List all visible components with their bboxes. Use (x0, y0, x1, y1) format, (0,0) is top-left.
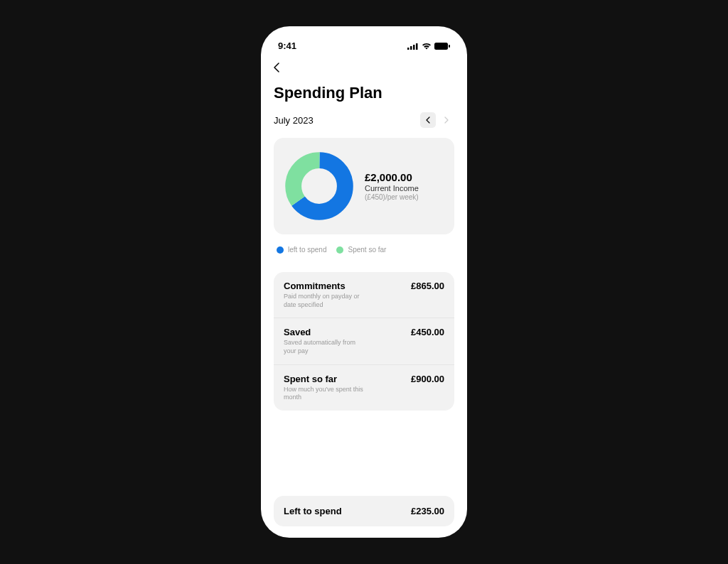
month-nav (420, 112, 454, 128)
legend-item-spent-so-far: Spent so far (336, 246, 386, 254)
svg-rect-1 (410, 46, 412, 50)
breakdown-list: Commitments Paid monthly on payday or da… (274, 272, 454, 411)
list-row-title: Saved (284, 327, 369, 337)
list-row-title: Commitments (284, 281, 369, 291)
list-row-subtitle: How much you've spent this month (284, 386, 369, 402)
legend-label: left to spend (288, 246, 326, 254)
list-row-spent-so-far[interactable]: Spent so far How much you've spent this … (274, 365, 454, 411)
footer-value: £235.00 (411, 506, 444, 516)
legend-item-left-to-spend: left to spend (277, 246, 326, 254)
chevron-right-icon (444, 116, 449, 124)
income-chart-card: £2,000.00 Current Income (£450)/per week… (274, 138, 454, 234)
back-button[interactable] (274, 60, 454, 84)
donut-segment-spent-so-far (294, 161, 346, 212)
list-row-value: £450.00 (411, 327, 444, 337)
chart-legend: left to spend Spent so far (274, 243, 454, 254)
chevron-left-icon (274, 63, 279, 72)
list-row-subtitle: Paid monthly on payday or date specified (284, 293, 369, 309)
svg-rect-2 (413, 45, 415, 50)
svg-rect-5 (449, 45, 450, 48)
svg-rect-3 (416, 43, 418, 50)
list-row-subtitle: Saved automatically from your pay (284, 339, 369, 355)
legend-dot-icon (277, 246, 284, 254)
chart-info: £2,000.00 Current Income (£450)/per week… (365, 171, 419, 201)
phone-frame: 9:41 Spending Plan July 2023 (261, 26, 467, 538)
donut-chart (285, 152, 353, 220)
wifi-icon (422, 43, 432, 50)
status-bar: 9:41 (274, 38, 454, 60)
footer-title: Left to spend (284, 506, 342, 516)
list-row-title: Spent so far (284, 374, 369, 384)
month-selector: July 2023 (274, 112, 454, 128)
svg-rect-4 (434, 43, 448, 50)
list-row-value: £865.00 (411, 281, 444, 291)
month-next-button[interactable] (439, 112, 454, 128)
list-row-saved[interactable]: Saved Saved automatically from your pay … (274, 318, 454, 364)
income-sublabel: (£450)/per week) (365, 193, 419, 201)
left-to-spend-card: Left to spend £235.00 (274, 496, 454, 526)
cellular-icon (407, 43, 419, 50)
battery-icon (434, 43, 450, 50)
month-prev-button[interactable] (420, 112, 436, 128)
month-label: July 2023 (274, 115, 314, 126)
page-title: Spending Plan (274, 84, 454, 102)
chevron-left-icon (426, 116, 430, 124)
status-time: 9:41 (278, 40, 296, 51)
list-row-value: £900.00 (411, 374, 444, 384)
list-row-commitments[interactable]: Commitments Paid monthly on payday or da… (274, 272, 454, 318)
legend-dot-icon (336, 246, 343, 254)
legend-label: Spent so far (348, 246, 386, 254)
income-amount: £2,000.00 (365, 171, 419, 183)
svg-rect-0 (407, 48, 410, 50)
income-label: Current Income (365, 184, 419, 192)
status-icons (407, 43, 450, 50)
